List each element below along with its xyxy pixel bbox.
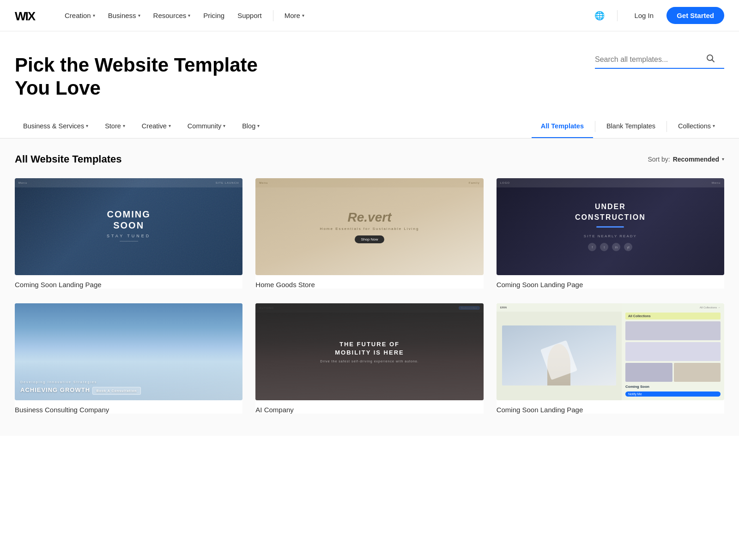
category-label: Creative bbox=[142, 122, 167, 130]
template-grid: Menu SITE LAUNCH COMINGSOON STAY TUNED C… bbox=[15, 178, 724, 414]
category-label: Business & Services bbox=[23, 122, 84, 130]
category-left-items: Business & Services ▾ Store ▾ Creative ▾… bbox=[15, 115, 532, 138]
sort-control[interactable]: Sort by: Recommended ▾ bbox=[648, 156, 724, 163]
chevron-down-icon: ▾ bbox=[302, 13, 304, 18]
template-card[interactable]: AUTONO Subscribe THE FUTURE OFMOBILITY I… bbox=[255, 303, 483, 414]
nav-item-resources[interactable]: Resources ▾ bbox=[148, 8, 196, 23]
category-item-blog[interactable]: Blog ▾ bbox=[234, 115, 268, 138]
chevron-down-icon: ▾ bbox=[713, 123, 715, 128]
wix-logo[interactable]: WIX bbox=[15, 9, 42, 22]
template-name: Coming Soon Landing Page bbox=[497, 406, 724, 414]
category-collections[interactable]: Collections ▾ bbox=[669, 115, 724, 138]
template-thumbnail: AUTONO Subscribe THE FUTURE OFMOBILITY I… bbox=[255, 303, 483, 400]
nav-label-resources: Resources bbox=[153, 12, 187, 19]
chevron-down-icon: ▾ bbox=[123, 123, 125, 128]
category-divider-2 bbox=[666, 121, 667, 132]
top-navigation: WIX Creation ▾ Business ▾ Resources ▾ Pr… bbox=[0, 0, 739, 31]
search-input[interactable] bbox=[595, 55, 706, 64]
search-container bbox=[595, 54, 724, 69]
search-icon[interactable] bbox=[706, 54, 715, 65]
category-label: Community bbox=[188, 122, 221, 130]
nav-item-business[interactable]: Business ▾ bbox=[103, 8, 146, 23]
nav-label-support: Support bbox=[237, 12, 262, 19]
template-card[interactable]: ERIN All Collections → All Collections bbox=[497, 303, 724, 414]
globe-icon: 🌐 bbox=[594, 11, 605, 21]
category-right-items: All Templates Blank Templates Collection… bbox=[532, 115, 724, 138]
get-started-button[interactable]: Get Started bbox=[666, 7, 724, 24]
chevron-down-icon: ▾ bbox=[138, 13, 140, 18]
nav-item-creation[interactable]: Creation ▾ bbox=[59, 8, 101, 23]
template-name: Coming Soon Landing Page bbox=[15, 281, 242, 289]
category-label: Blank Templates bbox=[606, 122, 655, 130]
nav-item-more[interactable]: More ▾ bbox=[279, 8, 310, 23]
page-title: Pick the Website Template You Love bbox=[15, 54, 292, 100]
sort-prefix: Sort by: bbox=[648, 156, 670, 163]
nav-item-support[interactable]: Support bbox=[232, 8, 267, 23]
nav-item-pricing[interactable]: Pricing bbox=[198, 8, 230, 23]
category-navigation: Business & Services ▾ Store ▾ Creative ▾… bbox=[0, 115, 739, 138]
template-card[interactable]: Menu SITE LAUNCH COMINGSOON STAY TUNED C… bbox=[15, 178, 242, 289]
content-header: All Website Templates Sort by: Recommend… bbox=[15, 153, 724, 165]
template-name: AI Company bbox=[255, 406, 483, 414]
category-blank-templates[interactable]: Blank Templates bbox=[597, 115, 665, 138]
nav-label-creation: Creation bbox=[65, 12, 91, 19]
template-name: Coming Soon Landing Page bbox=[497, 281, 724, 289]
category-label: All Templates bbox=[541, 122, 584, 130]
template-card[interactable]: LOGO Menu UNDERCONSTRUCTION SITE NEARLY … bbox=[497, 178, 724, 289]
nav-label-pricing: Pricing bbox=[203, 12, 224, 19]
category-label: Store bbox=[105, 122, 121, 130]
language-selector-button[interactable]: 🌐 bbox=[591, 7, 608, 24]
category-item-store[interactable]: Store ▾ bbox=[97, 115, 133, 138]
template-card[interactable]: AMFS CONSULTING Contact Developing Innov… bbox=[15, 303, 242, 414]
category-divider bbox=[595, 121, 595, 132]
main-content: All Website Templates Sort by: Recommend… bbox=[0, 138, 739, 436]
svg-text:WIX: WIX bbox=[15, 9, 36, 22]
category-item-business-services[interactable]: Business & Services ▾ bbox=[15, 115, 97, 138]
template-name: Business Consulting Company bbox=[15, 406, 242, 414]
nav-label-more: More bbox=[285, 12, 300, 19]
nav-divider-2 bbox=[617, 10, 618, 21]
category-item-community[interactable]: Community ▾ bbox=[179, 115, 234, 138]
category-label: Blog bbox=[242, 122, 255, 130]
chevron-down-icon: ▾ bbox=[86, 123, 88, 128]
chevron-down-icon: ▾ bbox=[188, 13, 190, 18]
category-label: Collections bbox=[678, 122, 711, 130]
template-thumbnail: Menu Family Re.vert Home Essentials for … bbox=[255, 178, 483, 275]
chevron-down-icon: ▾ bbox=[722, 157, 724, 162]
nav-divider bbox=[273, 10, 273, 21]
category-item-creative[interactable]: Creative ▾ bbox=[133, 115, 179, 138]
category-all-templates[interactable]: All Templates bbox=[532, 115, 593, 138]
sort-value: Recommended bbox=[673, 156, 719, 163]
svg-line-2 bbox=[712, 60, 715, 62]
login-button[interactable]: Log In bbox=[627, 8, 661, 23]
template-thumbnail: AMFS CONSULTING Contact Developing Innov… bbox=[15, 303, 242, 400]
chevron-down-icon: ▾ bbox=[93, 13, 95, 18]
chevron-down-icon: ▾ bbox=[257, 123, 260, 128]
template-name: Home Goods Store bbox=[255, 281, 483, 289]
template-card[interactable]: Menu Family Re.vert Home Essentials for … bbox=[255, 178, 483, 289]
template-thumbnail: LOGO Menu UNDERCONSTRUCTION SITE NEARLY … bbox=[497, 178, 724, 275]
template-thumbnail: ERIN All Collections → All Collections bbox=[497, 303, 724, 400]
template-thumbnail: Menu SITE LAUNCH COMINGSOON STAY TUNED bbox=[15, 178, 242, 275]
hero-section: Pick the Website Template You Love bbox=[0, 31, 739, 115]
chevron-down-icon: ▾ bbox=[169, 123, 171, 128]
section-title: All Website Templates bbox=[15, 153, 121, 165]
nav-label-business: Business bbox=[108, 12, 136, 19]
chevron-down-icon: ▾ bbox=[223, 123, 225, 128]
nav-right-actions: 🌐 Log In Get Started bbox=[591, 7, 724, 24]
nav-links: Creation ▾ Business ▾ Resources ▾ Pricin… bbox=[59, 8, 591, 23]
